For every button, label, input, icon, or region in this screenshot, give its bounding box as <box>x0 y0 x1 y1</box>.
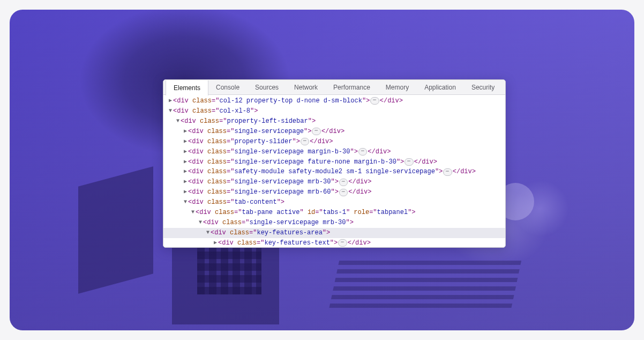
tab-console[interactable]: Console <box>208 80 248 94</box>
ellipsis-icon[interactable]: ⋯ <box>443 168 452 176</box>
dom-node-open-tag: <div class="tab-pane active" id="tabs-1"… <box>196 209 416 217</box>
tab-security[interactable]: Security <box>464 80 503 94</box>
dom-node-open-tag: <div class="single-servicepage fature-no… <box>188 158 404 166</box>
devtools-panel: ElementsConsoleSourcesNetworkPerformance… <box>163 79 506 248</box>
bg-shape <box>330 260 522 308</box>
dom-node-row[interactable]: <div class="single-servicepage fature-no… <box>163 157 505 167</box>
dom-node-row[interactable]: <div class="single-servicepage margin-b-… <box>163 147 505 157</box>
dom-node-row[interactable]: <div class="single-servicepage mrb-60">⋯… <box>163 187 505 197</box>
dom-node-close-tag: </div> <box>348 179 371 186</box>
dom-node-close-tag: </div> <box>414 158 437 166</box>
ellipsis-icon[interactable]: ⋯ <box>338 239 347 247</box>
dom-node-open-tag: <div class="key-features-area"> <box>211 229 330 236</box>
disclosure-expanded-icon[interactable] <box>183 197 188 208</box>
tab-performance[interactable]: Performance <box>326 80 378 94</box>
ellipsis-icon[interactable]: ⋯ <box>370 97 379 105</box>
disclosure-collapsed-icon[interactable] <box>213 238 218 247</box>
dom-node-open-tag: <div class="single-servicepage mrb-30"> <box>203 219 354 226</box>
dom-node-open-tag: <div class="key-features-text"> <box>218 239 338 247</box>
dom-node-row[interactable]: <div class="col-xl-8"> <box>163 106 505 116</box>
dom-node-open-tag: <div class="single-servicepage"> <box>188 128 311 135</box>
dom-node-close-tag: </div> <box>310 138 333 145</box>
dom-node-close-tag: </div> <box>348 189 371 196</box>
dom-node-row[interactable]: <div class="safety-module safety-module2… <box>163 167 505 177</box>
disclosure-collapsed-icon[interactable] <box>183 187 188 197</box>
tab-network[interactable]: Network <box>287 80 326 94</box>
dom-node-open-tag: <div class="single-servicepage mrb-30"> <box>188 179 339 186</box>
disclosure-expanded-icon[interactable] <box>198 218 203 228</box>
dom-node-open-tag: <div class="property-left-sidebar"> <box>181 117 316 125</box>
dom-node-close-tag: </div> <box>380 97 403 105</box>
dom-node-row[interactable]: <div class="tab-content"> <box>163 197 505 208</box>
disclosure-collapsed-icon[interactable] <box>183 157 188 167</box>
disclosure-collapsed-icon[interactable] <box>183 127 188 137</box>
dom-node-row[interactable]: <div class="key-features-text">⋯</div> <box>163 238 505 247</box>
disclosure-expanded-icon[interactable] <box>168 106 173 116</box>
disclosure-collapsed-icon[interactable] <box>183 167 188 177</box>
ellipsis-icon[interactable]: ⋯ <box>405 158 413 166</box>
ellipsis-icon[interactable]: ⋯ <box>312 128 320 135</box>
disclosure-collapsed-icon[interactable] <box>183 137 188 147</box>
dom-node-row[interactable]: <div class="single-servicepage mrb-30"> <box>163 218 505 228</box>
page-backdrop: ElementsConsoleSourcesNetworkPerformance… <box>10 10 634 330</box>
dom-node-open-tag: <div class="col-12 property-top d-none d… <box>173 97 370 105</box>
tab-elements[interactable]: Elements <box>166 80 208 95</box>
dom-node-open-tag: <div class="safety-module safety-module2… <box>188 168 443 176</box>
disclosure-collapsed-icon[interactable] <box>183 147 188 157</box>
tab-memory[interactable]: Memory <box>378 80 417 94</box>
disclosure-expanded-icon[interactable] <box>175 116 181 127</box>
dom-node-close-tag: </div> <box>321 128 345 135</box>
disclosure-collapsed-icon[interactable] <box>183 177 188 187</box>
dom-node-row[interactable]: <div class="property-left-sidebar"> <box>163 116 505 127</box>
ellipsis-icon[interactable]: ⋯ <box>339 189 348 196</box>
disclosure-expanded-icon[interactable] <box>190 208 196 218</box>
dom-node-open-tag: <div class="col-xl-8"> <box>173 107 258 115</box>
bg-shape <box>78 166 153 294</box>
dom-node-open-tag: <div class="single-servicepage margin-b-… <box>188 148 358 156</box>
dom-node-row[interactable]: <div class="single-servicepage">⋯</div> <box>163 127 505 137</box>
ellipsis-icon[interactable]: ⋯ <box>339 179 348 186</box>
elements-dom-tree[interactable]: <div class="col-12 property-top d-none d… <box>163 95 505 247</box>
tab-application[interactable]: Application <box>417 80 464 94</box>
dom-node-open-tag: <div class="single-servicepage mrb-60"> <box>188 189 339 196</box>
dom-node-open-tag: <div class="property-slider"> <box>188 138 300 145</box>
dom-node-row[interactable]: <div class="property-slider">⋯</div> <box>163 137 505 147</box>
dom-node-row[interactable]: <div class="single-servicepage mrb-30">⋯… <box>163 177 505 187</box>
dom-node-row[interactable]: <div class="key-features-area"> <box>163 228 505 238</box>
ellipsis-icon[interactable]: ⋯ <box>358 148 367 156</box>
dom-node-open-tag: <div class="tab-content"> <box>188 199 284 206</box>
disclosure-expanded-icon[interactable] <box>205 228 211 238</box>
disclosure-collapsed-icon[interactable] <box>168 96 173 106</box>
dom-node-row[interactable]: <div class="tab-pane active" id="tabs-1"… <box>163 208 505 218</box>
dom-node-close-tag: </div> <box>368 148 391 156</box>
devtools-tabbar: ElementsConsoleSourcesNetworkPerformance… <box>163 80 505 95</box>
tab-sources[interactable]: Sources <box>248 80 287 94</box>
dom-node-row[interactable]: <div class="col-12 property-top d-none d… <box>163 96 505 106</box>
bg-shape <box>197 241 261 294</box>
dom-node-close-tag: </div> <box>453 168 476 176</box>
ellipsis-icon[interactable]: ⋯ <box>301 138 309 145</box>
dom-node-close-tag: </div> <box>348 239 371 247</box>
